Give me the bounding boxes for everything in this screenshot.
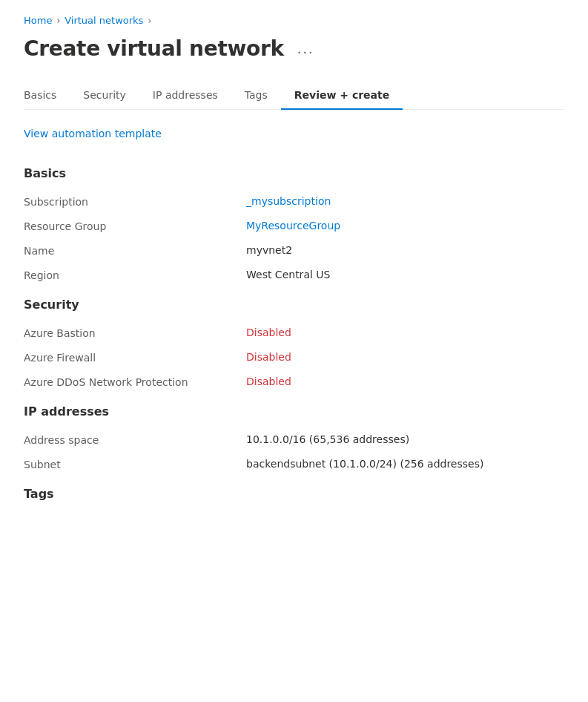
page-title: Create virtual network [24, 36, 284, 61]
azure-bastion-label: Azure Bastion [24, 327, 246, 339]
resource-group-label: Resource Group [24, 220, 246, 232]
name-row: Name myvnet2 [24, 243, 564, 258]
basics-section-title: Basics [24, 166, 564, 180]
tags-section: Tags [24, 487, 564, 501]
tab-ip-addresses[interactable]: IP addresses [139, 82, 231, 110]
subscription-row: Subscription _mysubscription [24, 194, 564, 209]
breadcrumb: Home › Virtual networks › [24, 15, 564, 26]
breadcrumb-sep-1: › [56, 16, 60, 26]
subnet-row: Subnet backendsubnet (10.1.0.0/24) (256 … [24, 456, 564, 472]
name-value: myvnet2 [246, 244, 564, 256]
azure-ddos-value: Disabled [246, 375, 564, 387]
basics-section: Basics Subscription _mysubscription Reso… [24, 166, 564, 283]
tabs-container: Basics Security IP addresses Tags Review… [24, 82, 564, 110]
address-space-row: Address space 10.1.0.0/16 (65,536 addres… [24, 432, 564, 447]
azure-ddos-label: Azure DDoS Network Protection [24, 375, 246, 388]
tags-section-title: Tags [24, 487, 564, 501]
subnet-label: Subnet [24, 458, 246, 470]
subscription-label: Subscription [24, 195, 246, 208]
region-row: Region West Central US [24, 267, 564, 283]
subscription-value: _mysubscription [246, 195, 564, 207]
resource-group-row: Resource Group MyResourceGroup [24, 218, 564, 234]
address-space-label: Address space [24, 433, 246, 446]
security-section-title: Security [24, 298, 564, 312]
tab-basics[interactable]: Basics [24, 82, 70, 110]
resource-group-value: MyResourceGroup [246, 220, 564, 232]
azure-bastion-value: Disabled [246, 327, 564, 338]
name-label: Name [24, 244, 246, 257]
azure-firewall-label: Azure Firewall [24, 351, 246, 364]
ellipsis-button[interactable]: ... [293, 39, 319, 59]
automation-template-link[interactable]: View automation template [24, 128, 162, 140]
tab-review-create[interactable]: Review + create [281, 82, 403, 110]
azure-ddos-row: Azure DDoS Network Protection Disabled [24, 374, 564, 390]
ip-addresses-section-title: IP addresses [24, 404, 564, 419]
ip-addresses-section: IP addresses Address space 10.1.0.0/16 (… [24, 404, 564, 472]
region-value: West Central US [246, 269, 564, 281]
breadcrumb-virtual-networks[interactable]: Virtual networks [65, 15, 143, 26]
subnet-value: backendsubnet (10.1.0.0/24) (256 address… [246, 458, 564, 470]
breadcrumb-sep-2: › [148, 16, 151, 26]
region-label: Region [24, 269, 246, 281]
azure-firewall-row: Azure Firewall Disabled [24, 350, 564, 365]
page-title-row: Create virtual network ... [24, 36, 564, 61]
page-container: Home › Virtual networks › Create virtual… [0, 0, 588, 544]
azure-bastion-row: Azure Bastion Disabled [24, 325, 564, 341]
azure-firewall-value: Disabled [246, 351, 564, 363]
breadcrumb-home[interactable]: Home [24, 15, 52, 26]
address-space-value: 10.1.0.0/16 (65,536 addresses) [246, 433, 564, 445]
security-section: Security Azure Bastion Disabled Azure Fi… [24, 298, 564, 390]
tab-security[interactable]: Security [70, 82, 139, 110]
tab-tags[interactable]: Tags [231, 82, 281, 110]
